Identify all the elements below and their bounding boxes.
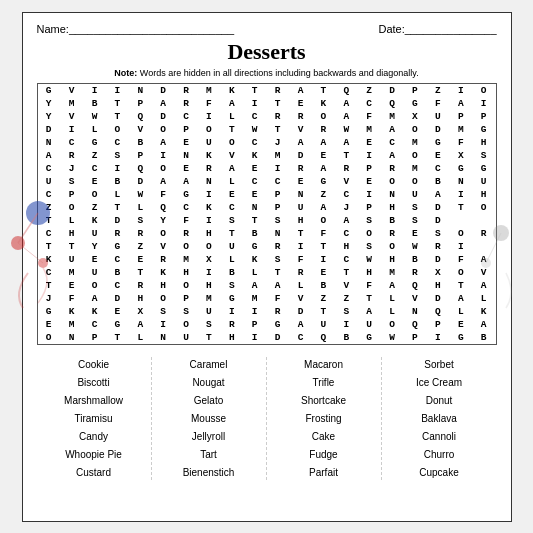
grid-cell: X xyxy=(450,149,473,162)
grid-cell: P xyxy=(266,188,289,201)
grid-cell: A xyxy=(335,110,358,123)
grid-cell: T xyxy=(450,201,473,214)
grid-cell: H xyxy=(289,214,312,227)
grid-cell: O xyxy=(60,201,83,214)
grid-cell: T xyxy=(244,214,267,227)
grid-cell: G xyxy=(450,162,473,175)
list-item: Nougat xyxy=(192,375,224,390)
grid-cell: L xyxy=(60,214,83,227)
grid-cell: T xyxy=(106,110,129,123)
grid-cell: H xyxy=(358,266,381,279)
grid-cell: K xyxy=(83,305,106,318)
grid-cell: B xyxy=(472,331,495,344)
grid-cell: D xyxy=(129,175,152,188)
grid-cell: I xyxy=(312,253,335,266)
grid-cell: E xyxy=(38,318,61,331)
note-body: Words are hidden in all directions inclu… xyxy=(140,68,419,78)
grid-cell: G xyxy=(106,318,129,331)
word-column: CookieBiscottiMarshmallowTiramisuCandyWh… xyxy=(37,357,152,480)
grid-cell: I xyxy=(152,318,175,331)
grid-cell: S xyxy=(266,253,289,266)
grid-cell: G xyxy=(266,318,289,331)
grid-cell: O xyxy=(404,149,427,162)
grid-cell: E xyxy=(83,253,106,266)
grid-cell: A xyxy=(335,97,358,110)
grid-cell: O xyxy=(152,162,175,175)
grid-cell: H xyxy=(335,240,358,253)
list-item: Baklava xyxy=(421,411,457,426)
grid-cell: K xyxy=(198,201,221,214)
grid-cell: E xyxy=(221,188,244,201)
grid-cell: V xyxy=(335,279,358,292)
grid-cell: F xyxy=(60,292,83,305)
grid-cell: T xyxy=(266,123,289,136)
grid-cell: D xyxy=(106,214,129,227)
grid-cell: B xyxy=(244,227,267,240)
grid-cell: R xyxy=(175,227,198,240)
grid-cell: E xyxy=(60,279,83,292)
grid-cell: Y xyxy=(152,214,175,227)
grid-cell: A xyxy=(175,175,198,188)
grid-cell: M xyxy=(198,292,221,305)
grid-cell: O xyxy=(175,318,198,331)
grid-cell: B xyxy=(129,136,152,149)
grid-cell: W xyxy=(404,240,427,253)
grid-cell: F xyxy=(198,97,221,110)
grid-cell: T xyxy=(335,266,358,279)
worksheet-page: Name:___________________________ Date:__… xyxy=(22,12,512,522)
grid-cell: R xyxy=(152,253,175,266)
name-label: Name:___________________________ xyxy=(37,23,235,35)
grid-cell: S xyxy=(266,214,289,227)
grid-cell: E xyxy=(358,175,381,188)
grid-cell: W xyxy=(381,331,404,344)
grid-cell: O xyxy=(198,123,221,136)
grid-cell: C xyxy=(381,136,404,149)
grid-cell: N xyxy=(289,188,312,201)
grid-cell: C xyxy=(358,97,381,110)
grid-cell: O xyxy=(198,240,221,253)
grid-cell: J xyxy=(335,201,358,214)
grid-cell: O xyxy=(381,318,404,331)
grid-cell: E xyxy=(427,149,450,162)
grid-cell xyxy=(472,214,495,227)
grid-cell: L xyxy=(472,292,495,305)
grid-cell: G xyxy=(404,97,427,110)
grid-cell: P xyxy=(83,331,106,344)
word-search-grid: GVIINDRMKTRATQZDPZIOYMBTPARFAITEKACQGFAI… xyxy=(37,83,497,345)
grid-cell: T xyxy=(312,84,335,97)
grid-cell: V xyxy=(289,123,312,136)
grid-cell: B xyxy=(83,97,106,110)
grid-cell: Z xyxy=(358,84,381,97)
grid-cell: I xyxy=(83,84,106,97)
grid-cell: T xyxy=(312,305,335,318)
grid-cell: N xyxy=(266,227,289,240)
list-item: Tiramisu xyxy=(75,411,113,426)
grid-cell: T xyxy=(244,84,267,97)
grid-cell: C xyxy=(335,188,358,201)
grid-cell: K xyxy=(198,149,221,162)
grid-cell: B xyxy=(221,266,244,279)
word-column: SorbetIce CreamDonutBaklavaCannoliChurro… xyxy=(382,357,497,480)
grid-cell: D xyxy=(289,149,312,162)
grid-cell: G xyxy=(472,123,495,136)
grid-cell: D xyxy=(427,253,450,266)
grid-cell: K xyxy=(312,97,335,110)
grid-cell: B xyxy=(335,331,358,344)
grid-cell: R xyxy=(289,266,312,279)
grid-cell: P xyxy=(472,110,495,123)
grid-cell: U xyxy=(83,227,106,240)
grid-cell: R xyxy=(221,318,244,331)
grid-cell: T xyxy=(198,331,221,344)
grid-cell: R xyxy=(266,110,289,123)
grid-cell: U xyxy=(38,175,61,188)
grid-cell: U xyxy=(198,305,221,318)
grid-cell: J xyxy=(60,162,83,175)
grid-cell: N xyxy=(38,136,61,149)
grid-cell: I xyxy=(358,149,381,162)
grid-cell: P xyxy=(129,97,152,110)
grid-cell: T xyxy=(221,227,244,240)
grid-cell: Z xyxy=(83,149,106,162)
grid-cell: D xyxy=(427,214,450,227)
grid-cell: V xyxy=(472,266,495,279)
grid-cell: A xyxy=(83,292,106,305)
